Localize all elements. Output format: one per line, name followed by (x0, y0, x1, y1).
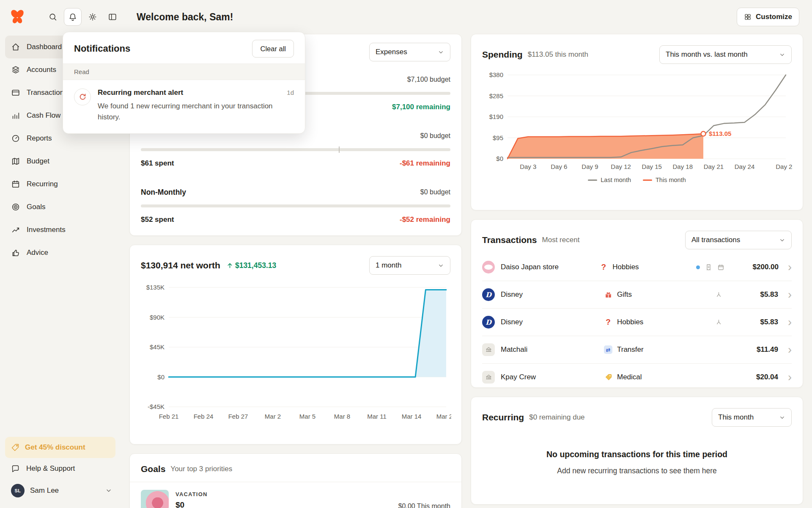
sidebar-item-recurring[interactable]: Recurring (5, 173, 115, 196)
category: Gifts (604, 290, 705, 299)
merchant-name: Matchali (501, 345, 527, 354)
topbar-icon-group (44, 8, 121, 26)
chevron-down-icon (438, 49, 444, 55)
transaction-meta-icons (705, 319, 722, 326)
recurring-alert-icon (74, 88, 91, 105)
svg-text:Mar 14: Mar 14 (402, 413, 422, 420)
sidebar-item-advice[interactable]: Advice (5, 241, 115, 264)
networth-range-dropdown[interactable]: 1 month (369, 256, 450, 275)
merchant-name: Disney (501, 290, 523, 299)
budget-section-non-monthly: Non-Monthly$0 budget $52 spent-$52 remai… (141, 188, 450, 224)
svg-text:Day 9: Day 9 (582, 163, 598, 170)
svg-text:Mar 5: Mar 5 (299, 413, 315, 420)
budget-icon (11, 157, 20, 166)
svg-text:Feb 27: Feb 27 (228, 413, 248, 420)
user-menu[interactable]: SL Sam Lee (5, 479, 115, 502)
recurring-icon (11, 179, 20, 189)
svg-text:$0: $0 (157, 373, 165, 381)
chevron-right-icon[interactable]: › (781, 289, 792, 301)
svg-text:$95: $95 (493, 134, 503, 141)
budget-progress-bar (141, 148, 450, 151)
svg-text:Day 21: Day 21 (704, 163, 724, 170)
help-support-button[interactable]: Help & Support (5, 458, 115, 479)
net-worth-title: $130,914 net worth (141, 260, 220, 271)
spending-chart: $380$285$190$95$0$113.05Day 3Day 6Day 9D… (471, 64, 803, 173)
svg-text:Mar 8: Mar 8 (334, 413, 350, 420)
svg-text:Day 12: Day 12 (611, 163, 631, 170)
gift-icon (604, 290, 612, 299)
spending-compare-dropdown[interactable]: This month vs. last month (659, 45, 792, 64)
unknown-category-icon: ? (604, 318, 612, 326)
transaction-amount: $20.04 (728, 373, 778, 381)
chevron-down-icon (779, 52, 785, 58)
transaction-row[interactable]: Daiso Japan store?Hobbies$200.00› (482, 254, 792, 281)
transaction-row[interactable]: Matchali⇄Transfer$11.49› (482, 336, 792, 363)
app-logo-icon[interactable] (9, 9, 25, 25)
chevron-right-icon[interactable]: › (781, 372, 792, 383)
category: ?Hobbies (604, 318, 705, 326)
arrow-up-icon (226, 262, 233, 269)
chevron-right-icon[interactable]: › (781, 317, 792, 328)
transactions-list: Daiso Japan store?Hobbies$200.00›DDisney… (471, 254, 803, 391)
svg-text:$45K: $45K (150, 343, 165, 351)
transaction-amount: $11.49 (728, 345, 778, 354)
this-month-swatch (643, 179, 652, 181)
svg-text:Mar 2: Mar 2 (265, 413, 281, 420)
transaction-meta-icons (705, 291, 722, 298)
recurring-range-dropdown[interactable]: This month (712, 408, 792, 427)
chat-icon (11, 464, 20, 473)
clear-all-button[interactable]: Clear all (252, 40, 294, 58)
transactions-filter-dropdown[interactable]: All transactions (685, 231, 792, 249)
budget-type-dropdown[interactable]: Expenses (369, 43, 450, 61)
transaction-amount: $5.83 (728, 318, 778, 326)
discount-offer-button[interactable]: Get 45% discount (5, 437, 115, 458)
svg-text:$380: $380 (489, 71, 503, 78)
spending-card: Spending $113.05 this month This month v… (471, 34, 803, 210)
advice-icon (11, 248, 20, 257)
disney-logo-icon: D (482, 288, 495, 301)
transactions-card: Transactions Most recent All transaction… (471, 219, 803, 388)
search-button[interactable] (44, 8, 62, 26)
gear-icon (88, 12, 97, 22)
goal-item-vacation[interactable]: VACATION $0 $0.00 This month (130, 482, 461, 508)
sidebar-item-goals[interactable]: Goals (5, 196, 115, 218)
sidebar-toggle-button[interactable] (104, 8, 121, 26)
disney-logo-icon: D (482, 316, 495, 329)
spending-legend: Last month This month (471, 177, 803, 183)
today-marker (339, 146, 340, 153)
svg-text:$190: $190 (489, 113, 503, 120)
budget-progress-bar (141, 204, 450, 207)
svg-text:Mar 20: Mar 20 (436, 413, 451, 420)
merchant-name: Daiso Japan store (501, 263, 559, 271)
settings-button[interactable] (84, 8, 102, 26)
merchant-generic-icon (482, 371, 495, 384)
sidebar-item-budget[interactable]: Budget (5, 150, 115, 173)
svg-text:$135K: $135K (146, 284, 165, 291)
chevron-right-icon[interactable]: › (781, 262, 792, 273)
notifications-button[interactable] (64, 8, 82, 26)
transaction-row[interactable]: Kpay CrewMedical$20.04› (482, 363, 792, 391)
customize-button[interactable]: Customize (737, 8, 799, 26)
chevron-down-icon (779, 237, 785, 243)
notification-item[interactable]: Recurring merchant alert 1d We found 1 n… (63, 80, 305, 133)
svg-text:$90K: $90K (150, 314, 165, 321)
split-icon (715, 319, 722, 326)
transaction-amount: $200.00 (730, 263, 779, 271)
transaction-row[interactable]: DDisneyGifts$5.83› (482, 281, 792, 308)
topbar: Welcome back, Sam! Customize (0, 0, 812, 34)
net-worth-change: $131,453.13 (226, 261, 276, 270)
transactions-icon (11, 88, 20, 97)
sidebar-item-investments[interactable]: Investments (5, 218, 115, 241)
transaction-row[interactable]: DDisney?Hobbies$5.83› (482, 308, 792, 336)
svg-text:Mar 11: Mar 11 (367, 413, 387, 420)
svg-text:Day 15: Day 15 (642, 163, 662, 170)
svg-text:Day 3: Day 3 (520, 163, 536, 170)
merchant-name: Disney (501, 318, 523, 326)
category: ?Hobbies (599, 263, 696, 271)
transaction-meta-icons (696, 264, 724, 271)
recurring-card: Recurring $0 remaining due This month No… (471, 397, 803, 505)
svg-text:Feb 24: Feb 24 (194, 413, 214, 420)
status-dot-icon (696, 265, 700, 269)
grid-icon (744, 13, 752, 21)
chevron-right-icon[interactable]: › (781, 344, 792, 356)
